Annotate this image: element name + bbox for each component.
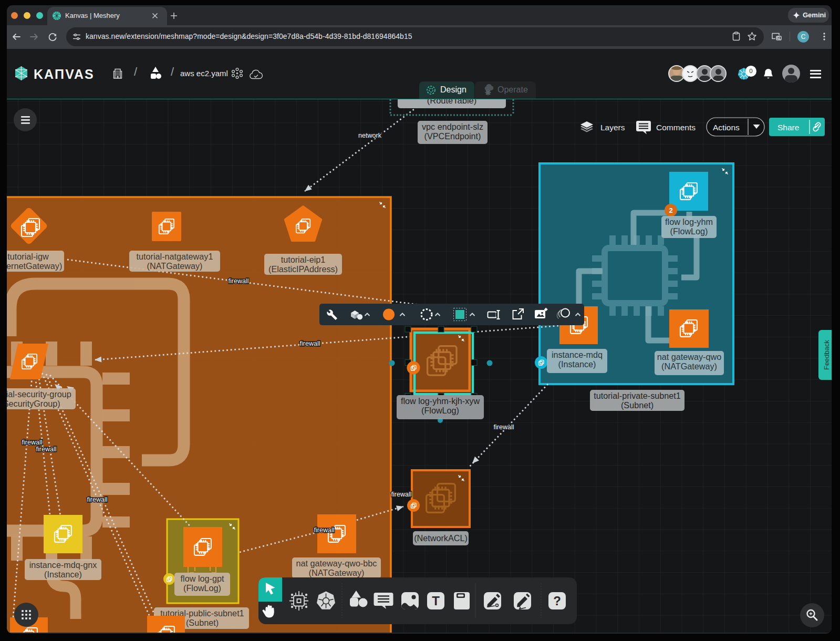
svg-text:firewall: firewall (87, 496, 108, 503)
svg-text:(Instance): (Instance) (44, 570, 82, 579)
svg-text:tutorial-natgateway1: tutorial-natgateway1 (137, 252, 213, 261)
svg-text:(FlowLog): (FlowLog) (670, 226, 708, 236)
svg-text:nat gateway-qwo: nat gateway-qwo (657, 352, 721, 361)
svg-text:(FlowLog): (FlowLog) (421, 406, 459, 415)
svg-text:(SecurityGroup): (SecurityGroup) (7, 399, 60, 408)
svg-text:Comments: Comments (656, 123, 696, 132)
svg-text:(NetworkACL): (NetworkACL) (414, 533, 468, 543)
svg-text:Feedback: Feedback (823, 339, 831, 370)
svg-text:(Subnet): (Subnet) (621, 400, 654, 410)
svg-text:nat gateway-qwo-bbc: nat gateway-qwo-bbc (296, 559, 377, 568)
svg-text:firewall: firewall (22, 439, 43, 446)
svg-text:(RouteTable): (RouteTable) (427, 99, 476, 105)
svg-text:tutorial-security-group: tutorial-security-group (7, 389, 71, 399)
svg-text:2: 2 (669, 206, 672, 214)
svg-text:Actions: Actions (713, 123, 740, 132)
svg-text:(FlowLog): (FlowLog) (183, 583, 221, 593)
svg-text:Layers: Layers (600, 123, 625, 132)
svg-text:Share: Share (777, 123, 799, 132)
svg-text:(VPCEndpoint): (VPCEndpoint) (424, 131, 481, 141)
svg-text:firewall: firewall (314, 526, 335, 534)
svg-text:(NATGateway): (NATGateway) (147, 261, 203, 271)
svg-text:flow log-gpt: flow log-gpt (181, 574, 224, 583)
svg-text:tutorial-eip1: tutorial-eip1 (281, 255, 326, 264)
svg-text:instance-mdq-gnx: instance-mdq-gnx (29, 560, 97, 570)
svg-text:firewall: firewall (494, 423, 514, 431)
svg-text:tutorial-igw: tutorial-igw (7, 252, 49, 261)
svg-text:(Instance): (Instance) (558, 359, 596, 369)
svg-text:(NATGateway): (NATGateway) (661, 361, 717, 371)
svg-text:network: network (358, 132, 382, 139)
svg-text:firewall: firewall (300, 340, 320, 347)
svg-text:(InternetGateway): (InternetGateway) (7, 261, 62, 271)
svg-text:tutorial-private-subnet1: tutorial-private-subnet1 (594, 391, 681, 400)
svg-text:vpc endpoint-slz: vpc endpoint-slz (422, 122, 483, 131)
svg-text:?: ? (553, 594, 561, 608)
svg-text:flow log-yhm: flow log-yhm (665, 217, 713, 226)
svg-text:(ElasticIPAddress): (ElasticIPAddress) (268, 264, 338, 274)
svg-text:firewall: firewall (391, 491, 412, 498)
svg-text:instance-mdq: instance-mdq (552, 350, 603, 359)
svg-text:flow log-yhm-kjh-xyw: flow log-yhm-kjh-xyw (401, 396, 480, 406)
svg-text:T: T (432, 594, 440, 608)
svg-text:(Subnet): (Subnet) (186, 618, 219, 627)
svg-text:(NATGateway): (NATGateway) (309, 568, 365, 577)
svg-text:firewall: firewall (229, 277, 249, 285)
svg-text:firewall: firewall (36, 446, 57, 453)
